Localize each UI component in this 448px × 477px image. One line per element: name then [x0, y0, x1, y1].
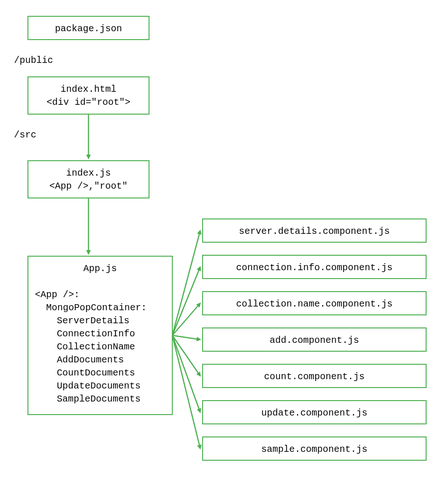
node-component-5: update.component.js: [203, 401, 426, 424]
app-js-item-2: CollectionName: [57, 341, 135, 352]
node-component-1: connection.info.component.js: [203, 255, 426, 279]
node-package-json: package.json: [28, 16, 149, 40]
app-js-item-0: ServerDetails: [57, 315, 129, 326]
public-folder-label: /public: [14, 55, 53, 66]
index-js-line2: <App />,"root": [49, 181, 128, 191]
node-index-html: index.html <div id="root">: [28, 77, 149, 114]
component-4-label: count.component.js: [264, 371, 365, 382]
node-component-4: count.component.js: [203, 364, 426, 388]
svg-rect-1: [28, 77, 149, 114]
app-js-title: App.js: [83, 263, 117, 274]
app-js-item-4: CountDocuments: [57, 368, 135, 378]
app-js-item-6: SampleDocuments: [57, 394, 141, 404]
node-component-0: server.details.component.js: [203, 219, 426, 242]
node-app-js: App.js <App />: MongoPopContainer: Serve…: [28, 256, 172, 415]
diagram-canvas: package.json /public index.html <div id=…: [0, 0, 448, 477]
node-component-3: add.component.js: [203, 328, 426, 351]
component-1-label: connection.info.component.js: [236, 262, 393, 273]
app-js-container-line: MongoPopContainer:: [35, 302, 147, 313]
index-js-line1: index.js: [66, 168, 111, 178]
component-3-label: add.component.js: [270, 335, 359, 346]
package-json-label: package.json: [55, 23, 122, 34]
index-html-line2: <div id="root">: [47, 97, 130, 108]
component-0-label: server.details.component.js: [239, 226, 390, 237]
index-html-line1: index.html: [61, 84, 116, 95]
svg-rect-2: [28, 161, 149, 198]
app-js-item-1: ConnectionInfo: [57, 328, 135, 339]
component-2-label: collection.name.component.js: [236, 299, 393, 309]
arrow-to-component-6: [172, 335, 200, 449]
arrow-to-component-4: [172, 335, 200, 376]
component-5-label: update.component.js: [261, 408, 367, 418]
arrow-to-component-5: [172, 335, 200, 412]
node-component-2: collection.name.component.js: [203, 292, 426, 315]
src-folder-label: /src: [14, 129, 36, 140]
app-js-app-line: <App />:: [35, 289, 80, 300]
arrow-to-component-3: [172, 335, 200, 340]
arrow-to-component-1: [172, 267, 200, 335]
app-js-item-3: AddDocuments: [57, 354, 124, 365]
node-index-js: index.js <App />,"root": [28, 161, 149, 198]
node-component-6: sample.component.js: [203, 437, 426, 460]
app-js-item-5: UpdateDocuments: [57, 381, 141, 391]
component-6-label: sample.component.js: [261, 444, 367, 455]
